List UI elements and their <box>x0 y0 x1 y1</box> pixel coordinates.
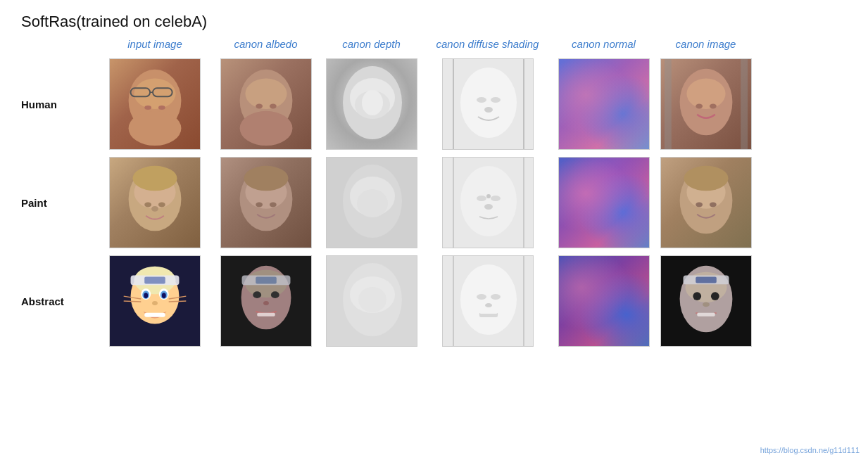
col-header-normal: canon normal <box>553 38 655 50</box>
normal-paint-overlay <box>559 158 649 248</box>
svg-point-65 <box>144 293 148 298</box>
face-overlay-human-albedo <box>221 59 311 149</box>
svg-point-87 <box>358 287 386 312</box>
svg-point-19 <box>477 97 486 103</box>
image-paint-input <box>109 157 201 248</box>
image-human-image <box>660 58 752 150</box>
depth-svg-abstract <box>327 256 417 347</box>
svg-point-11 <box>269 104 276 109</box>
title-bold: SoftRas <box>21 13 76 30</box>
svg-point-39 <box>256 203 263 207</box>
svg-point-26 <box>696 104 703 109</box>
image-human-normal <box>558 58 650 150</box>
main-content: input image canon albedo canon depth can… <box>0 38 868 354</box>
cell-human-diffuse <box>422 58 553 150</box>
image-human-depth <box>326 58 417 150</box>
cell-paint-diffuse <box>422 157 553 248</box>
cell-human-normal <box>553 58 655 150</box>
cell-paint-depth <box>320 157 422 248</box>
col-header-image: canon image <box>655 38 757 50</box>
svg-rect-83 <box>257 313 275 317</box>
face-overlay-human-input <box>110 59 200 149</box>
cell-paint-albedo <box>211 157 320 248</box>
face-svg-abstract-input <box>110 255 200 347</box>
svg-point-34 <box>158 203 165 207</box>
row-abstract: Abstract <box>21 255 854 347</box>
image-paint-depth <box>326 157 417 248</box>
image-human-input <box>109 58 201 150</box>
svg-point-81 <box>270 291 279 298</box>
svg-point-35 <box>151 206 158 212</box>
image-abstract-input <box>109 255 201 347</box>
face-svg-abstract-albedo <box>221 255 311 347</box>
svg-point-5 <box>144 106 151 110</box>
cell-human-input <box>99 58 211 150</box>
svg-point-57 <box>709 203 716 207</box>
cell-paint-image <box>655 157 757 248</box>
svg-point-40 <box>269 203 276 207</box>
face-overlay-paint-image <box>661 158 751 248</box>
image-abstract-normal <box>558 255 650 347</box>
image-paint-image <box>660 157 752 248</box>
image-human-albedo <box>220 58 312 150</box>
normal-human-overlay <box>559 59 649 149</box>
cell-human-depth <box>320 58 422 150</box>
col-header-albedo: canon albedo <box>211 38 320 50</box>
face-overlay-paint-input <box>110 158 200 248</box>
svg-point-49 <box>484 204 493 210</box>
cell-abstract-input <box>99 255 211 347</box>
face-svg-abstract-image <box>661 255 751 347</box>
row-paint: Paint <box>21 157 854 248</box>
col-header-input: input image <box>99 38 211 50</box>
svg-point-25 <box>686 79 725 109</box>
svg-point-90 <box>477 294 486 300</box>
cell-paint-normal <box>553 157 655 248</box>
svg-rect-29 <box>741 59 748 149</box>
diffuse-svg-human <box>443 59 534 150</box>
image-abstract-albedo <box>220 255 312 347</box>
column-headers: input image canon albedo canon depth can… <box>21 38 854 50</box>
svg-point-16 <box>362 90 383 115</box>
svg-point-55 <box>684 166 728 191</box>
face-overlay-paint-albedo <box>221 158 311 248</box>
svg-point-21 <box>484 107 493 113</box>
svg-point-44 <box>357 189 388 217</box>
diffuse-human-overlay <box>443 59 533 149</box>
depth-human-overlay <box>327 59 417 149</box>
svg-rect-93 <box>479 314 498 317</box>
image-abstract-diffuse <box>442 255 534 347</box>
svg-rect-28 <box>664 59 671 149</box>
svg-point-80 <box>253 291 261 298</box>
svg-point-33 <box>144 203 151 207</box>
row-label-abstract: Abstract <box>21 295 99 307</box>
svg-point-38 <box>244 166 288 191</box>
svg-point-102 <box>710 292 719 300</box>
cell-abstract-image <box>655 255 757 347</box>
svg-point-48 <box>491 196 501 201</box>
svg-point-92 <box>485 303 492 307</box>
cell-human-albedo <box>211 58 320 150</box>
row-label-human: Human <box>21 98 99 110</box>
svg-point-46 <box>460 166 517 236</box>
depth-svg-paint <box>327 158 417 248</box>
svg-line-74 <box>169 301 187 302</box>
svg-point-68 <box>162 293 166 298</box>
svg-point-101 <box>693 292 701 300</box>
svg-point-12 <box>239 111 292 146</box>
svg-point-69 <box>152 301 158 305</box>
depth-svg-human <box>327 59 417 150</box>
face-svg-human-image <box>661 58 751 150</box>
svg-point-91 <box>491 294 501 300</box>
col-header-diffuse: canon diffuse shading <box>422 38 553 50</box>
face-overlay-abstract-image <box>661 256 751 346</box>
svg-point-10 <box>256 104 263 109</box>
svg-point-89 <box>460 264 517 335</box>
svg-point-6 <box>158 106 165 110</box>
face-svg-paint-albedo <box>221 157 311 248</box>
cell-abstract-albedo <box>211 255 320 347</box>
svg-rect-104 <box>697 313 715 317</box>
svg-point-20 <box>491 97 501 103</box>
watermark: https://blog.csdn.ne/g11d111 <box>760 446 860 454</box>
svg-point-82 <box>263 301 269 305</box>
image-abstract-image <box>660 255 752 347</box>
